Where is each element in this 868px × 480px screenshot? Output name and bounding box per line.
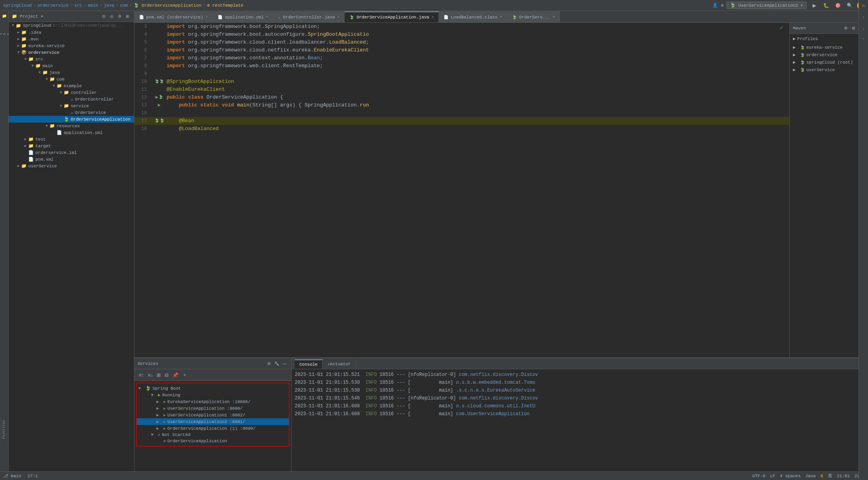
maven-settings-button[interactable]: ⚙	[842, 25, 849, 32]
tree-target[interactable]: ▶ 📁 target	[9, 143, 134, 149]
svc-user2-item[interactable]: ▶ ▶ UserServiceApplication1 :8082/	[137, 412, 289, 418]
svc-collapse-all-button[interactable]: ≡↑	[138, 372, 145, 379]
structure-tab-icon[interactable]: Structure	[1, 31, 8, 38]
code-line-12: 12 ▶ 🍃 public class OrderServiceApplicat…	[134, 93, 789, 101]
tree-test[interactable]: ▶ 📁 test	[9, 136, 134, 143]
maven-folder-icon-eureka: 🍃	[800, 45, 805, 50]
svc-eureka-item[interactable]: ▶ ▶ EurekaServiceApplication :10086/	[137, 398, 289, 405]
gutter-debug-icon[interactable]: 🍃	[158, 93, 163, 101]
tree-com[interactable]: ▼ 📁 com	[9, 76, 134, 82]
close-tab-yml[interactable]: ×	[266, 15, 268, 19]
svc-group-button[interactable]: ⊞	[156, 372, 162, 379]
svc-order1-item[interactable]: ▶ ▶ OrderServiceApplication (1) :9090/	[137, 425, 289, 432]
close-tab-orderserviceapp[interactable]: ×	[431, 15, 434, 20]
maven-expand-button[interactable]: ⊞	[850, 25, 857, 32]
tree-orderservice[interactable]: ▼ 📦 orderservice	[9, 49, 134, 56]
gutter-run-icon[interactable]: ▶	[155, 93, 158, 101]
console-tab-console[interactable]: Console	[295, 359, 323, 369]
tree-eureka-service[interactable]: ▶ 📁 eureka-service	[9, 42, 134, 49]
collapse-all-button[interactable]: ⊟	[100, 13, 107, 20]
gutter-run2-icon[interactable]: ▶	[158, 101, 160, 109]
maven-userservice[interactable]: ▶ 🍃 userService	[790, 66, 868, 73]
tree-mvn[interactable]: ▶ 📁 .mvn	[9, 36, 134, 42]
breadcrumb-springcloud[interactable]: springCloud	[3, 3, 32, 8]
svc-notstarted-group[interactable]: ▼ ✗ Not Started	[137, 432, 289, 438]
console-tab-actuator[interactable]: ⚡ Actuator	[323, 359, 356, 369]
tree-service-folder[interactable]: ▼ 📁 service	[9, 103, 134, 109]
run-config-selector[interactable]: 🍃 UserServiceApplication2 ▾	[727, 2, 807, 9]
close-tab-orderserv[interactable]: ×	[552, 15, 555, 19]
project-label: 📁 Project ▾	[12, 14, 43, 19]
breadcrumb-class[interactable]: 🍃 OrderServiceApplication	[134, 3, 201, 8]
locate-button[interactable]: ◎	[108, 13, 115, 20]
breadcrumb-src[interactable]: src	[74, 3, 82, 8]
svc-filter-button[interactable]: ⊟	[163, 372, 170, 379]
close-tab-pom[interactable]: ×	[206, 15, 208, 19]
tab-pom-xml[interactable]: 📄 pom.xml (orderservice) ×	[134, 11, 213, 22]
maven-profiles-item[interactable]: ▶ Profiles	[790, 34, 868, 44]
breadcrumb-java[interactable]: java	[104, 3, 114, 8]
svc-user1-item[interactable]: ▶ ▶ UserServiceApplication :8080/	[137, 405, 289, 412]
tree-orderserviceapplication[interactable]: 🍃 OrderServiceApplication	[9, 116, 134, 123]
maven-orderservice[interactable]: ▶ 🍃 orderservice	[790, 51, 868, 59]
project-panel-header: 📁 Project ▾ ⊟ ◎ ⚙ ⊞	[9, 11, 134, 22]
svc-user1-arrow: ▶	[156, 406, 162, 411]
tab-loadbalanced[interactable]: 📄 LoadBalanced.class ×	[439, 11, 507, 22]
tree-orderservice-iml[interactable]: 📄 orderservice.iml	[9, 149, 134, 156]
svc-expand-all-button[interactable]: ≡↓	[147, 372, 154, 379]
services-tree-container: ▼ 🍃 Spring Boot ▼ ▶ Running	[136, 383, 290, 447]
maven-eureka-service[interactable]: ▶ 🍃 eureka-service	[790, 44, 868, 51]
tree-userservice[interactable]: ▶ 📁 userService	[9, 163, 134, 169]
svc-springboot-group[interactable]: ▼ 🍃 Spring Boot	[137, 385, 289, 392]
settings-button[interactable]: ⚙	[116, 13, 123, 20]
search-button[interactable]: 🔍	[845, 1, 854, 10]
debug-button[interactable]: 🐛	[822, 1, 830, 10]
layout-button[interactable]: ⊞	[124, 13, 131, 20]
tree-orderservice-file[interactable]: ☕ OrderService	[9, 109, 134, 116]
svc-add-button[interactable]: ＋	[181, 371, 188, 379]
tree-java[interactable]: ▼ 📁 java	[9, 69, 134, 76]
svc-springboot-icon: 🍃	[145, 386, 151, 391]
services-gear-button[interactable]: 🔧	[273, 360, 280, 367]
svc-running-group[interactable]: ▼ ▶ Running	[137, 392, 289, 398]
project-tab-icon[interactable]: 📁	[1, 13, 8, 20]
breadcrumb: springCloud › orderservice › src › main …	[3, 3, 243, 8]
svc-order-notstarted-item[interactable]: ⊗ OrderServiceApplication	[137, 438, 289, 444]
breadcrumb-method[interactable]: ⚙ restTemplate	[207, 3, 243, 8]
tree-idea[interactable]: ▶ 📁 .idea	[9, 29, 134, 36]
svc-user3-item[interactable]: ▶ ▶ UserServiceApplication2 :8081/	[137, 418, 289, 425]
console-up-button[interactable]: ↑	[859, 13, 868, 21]
svc-order1-label: OrderServiceApplication (1) :9090/	[167, 426, 255, 431]
svc-pin-button[interactable]: 📌	[171, 372, 180, 379]
breadcrumb-orderservice[interactable]: orderservice	[37, 3, 68, 8]
tab-application-yml[interactable]: 📄 application.yml ×	[213, 11, 273, 22]
tree-pom-xml[interactable]: 📄 pom.xml	[9, 156, 134, 163]
svc-user1-run-icon: ▶	[163, 406, 166, 411]
close-tab-ordercontroller[interactable]: ×	[337, 15, 339, 19]
tree-src[interactable]: ▼ 📁 src	[9, 56, 134, 62]
tab-orderserv[interactable]: 🍃 OrderServ... ×	[507, 11, 560, 22]
tree-application-yml[interactable]: 📄 application.yml	[9, 129, 134, 136]
tree-root[interactable]: ▼ 📁 springCloud D:\工作目录\dev\code\java\sp…	[9, 22, 134, 29]
services-minimize-button[interactable]: —	[281, 360, 288, 367]
status-line-col: 17:1	[28, 474, 38, 478]
console-edit-button[interactable]: ✎	[857, 11, 868, 12]
console-down-button[interactable]: ↓	[859, 24, 868, 32]
tree-main[interactable]: ▼ 📁 main	[9, 62, 134, 69]
tab-ordercontroller[interactable]: ☕ OrderController.java ×	[273, 11, 345, 22]
console-up2-button[interactable]: ↑	[859, 35, 868, 43]
run-button[interactable]: ▶	[810, 1, 818, 10]
close-tab-loadbalanced[interactable]: ×	[500, 15, 502, 19]
tree-resources[interactable]: ▼ 📁 resources	[9, 123, 134, 129]
services-settings-button[interactable]: ⚙	[265, 360, 272, 367]
tab-orderserviceapp[interactable]: 🍃 OrderServiceApplication.java ×	[345, 11, 439, 22]
tree-ordercontroller[interactable]: ☕ OrderController	[9, 96, 134, 103]
breadcrumb-main[interactable]: main	[88, 3, 98, 8]
tree-example[interactable]: ▼ 📁 example	[9, 82, 134, 89]
breadcrumb-com[interactable]: com	[120, 3, 128, 8]
maven-springcloud-root[interactable]: ▶ 🍃 springCloud (root)	[790, 59, 868, 66]
tree-controller[interactable]: ▼ 📁 controller	[9, 89, 134, 96]
topbar-settings-icon: ⚙	[721, 3, 724, 8]
coverage-button[interactable]: 🎯	[833, 1, 842, 10]
log-line-2: 2023-11-01 21:01:15.530 INFO 18516 --- […	[292, 379, 868, 387]
